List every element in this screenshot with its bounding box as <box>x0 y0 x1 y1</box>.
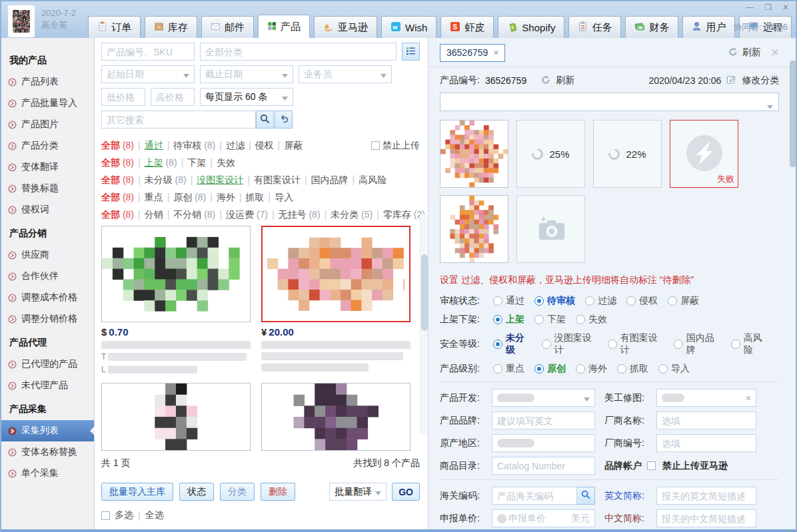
product-dev-select[interactable] <box>492 389 595 407</box>
app-logo[interactable] <box>8 5 35 37</box>
product-card[interactable]: $0.70TL <box>101 226 251 378</box>
origin-input[interactable] <box>492 434 595 452</box>
modify-category-link[interactable]: 修改分类 <box>742 75 779 87</box>
sidebar-item-产品列表[interactable]: 产品列表 <box>1 71 94 93</box>
high-price-input[interactable] <box>151 88 195 106</box>
mfr-no-input[interactable] <box>656 434 756 452</box>
radio-icon[interactable] <box>731 340 740 349</box>
edit-icon[interactable] <box>726 75 736 87</box>
radio-option-通过[interactable]: 通过 <box>493 295 524 307</box>
mfr-name-input[interactable] <box>656 411 756 429</box>
forbid-upload-checkbox[interactable] <box>371 141 380 150</box>
radio-icon[interactable] <box>576 315 585 324</box>
sidebar-item-未代理产品[interactable]: 未代理产品 <box>1 375 94 396</box>
radio-option-原创[interactable]: 原创 <box>534 363 566 375</box>
radio-option-未分级[interactable]: 未分级 <box>493 332 532 356</box>
upload-box-image[interactable] <box>440 120 508 188</box>
upload-box-progress[interactable]: 22% <box>593 120 662 188</box>
right-scrollbar-thumb[interactable] <box>790 61 796 167</box>
filter-link-海外[interactable]: 海外 <box>217 192 235 202</box>
product-card[interactable] <box>101 378 251 451</box>
en-short-input[interactable] <box>656 487 756 505</box>
product-code-input[interactable] <box>101 43 195 61</box>
sidebar-item-单个采集[interactable]: 单个采集 <box>1 463 94 484</box>
radio-icon[interactable] <box>576 364 585 374</box>
radio-option-屏蔽[interactable]: 屏蔽 <box>668 295 699 307</box>
upload-box-failed[interactable]: 失败 <box>670 120 738 188</box>
radio-icon[interactable] <box>585 296 594 306</box>
filter-link-原创[interactable]: 原创 <box>173 192 192 202</box>
sidebar-item-调整成本价格[interactable]: 调整成本价格 <box>1 287 94 308</box>
filter-link-屏蔽[interactable]: 屏蔽 <box>284 140 303 150</box>
radio-icon[interactable] <box>534 315 544 324</box>
filter-link-重点[interactable]: 重点 <box>145 192 163 202</box>
product-card[interactable] <box>261 378 410 451</box>
multi-select-label[interactable]: 多选 <box>115 509 133 521</box>
filter-all-link[interactable]: 全部 <box>101 209 120 220</box>
action-button-删除[interactable]: 删除 <box>261 483 295 501</box>
filter-all-link[interactable]: 全部 <box>101 157 120 168</box>
per-page-select[interactable]: 每页显示 60 条 <box>200 88 293 106</box>
radio-icon[interactable] <box>617 364 626 374</box>
catalog-input[interactable] <box>492 457 595 475</box>
go-button[interactable]: GO <box>392 483 420 501</box>
refresh-icon[interactable] <box>541 75 550 87</box>
sidebar-item-产品图片[interactable]: 产品图片 <box>1 114 94 135</box>
radio-icon[interactable] <box>608 340 617 349</box>
filter-link-侵权[interactable]: 侵权 <box>255 140 274 150</box>
radio-option-国内品牌[interactable]: 国内品牌 <box>674 332 721 356</box>
search-button[interactable] <box>256 111 274 129</box>
radio-option-海外[interactable]: 海外 <box>576 363 607 375</box>
sidebar-item-产品批量导入[interactable]: 产品批量导入 <box>1 93 94 114</box>
upload-box-image[interactable] <box>440 195 508 263</box>
radio-icon[interactable] <box>542 340 551 349</box>
sidebar-item-侵权词[interactable]: 侵权词 <box>1 199 94 220</box>
radio-icon[interactable] <box>668 296 677 306</box>
tab-订单[interactable]: 订单 <box>88 16 141 38</box>
brand-input[interactable] <box>492 411 595 429</box>
filter-link-国内品牌[interactable]: 国内品牌 <box>311 174 349 185</box>
action-button-批量导入主库[interactable]: 批量导入主库 <box>101 483 173 501</box>
filter-link-高风险[interactable]: 高风险 <box>359 174 387 185</box>
filter-link-导入[interactable]: 导入 <box>275 192 293 202</box>
filter-link-有图案设计[interactable]: 有图案设计 <box>254 174 301 185</box>
filter-link-失效[interactable]: 失效 <box>217 157 235 168</box>
tab-亚马逊[interactable]: a亚马逊 <box>314 16 377 38</box>
filter-link-通过[interactable]: 通过 <box>145 140 163 150</box>
product-image[interactable] <box>101 226 251 322</box>
filter-link-抓取[interactable]: 抓取 <box>246 192 265 202</box>
sidebar-item-采集列表[interactable]: 采集列表 <box>1 420 94 441</box>
cn-short-input[interactable] <box>656 509 756 527</box>
filter-link-没运费[interactable]: 没运费 <box>226 209 254 220</box>
customs-input[interactable] <box>492 487 577 505</box>
radio-icon[interactable] <box>534 296 544 306</box>
radio-icon[interactable] <box>534 364 544 374</box>
sidebar-item-供应商[interactable]: 供应商 <box>1 244 94 266</box>
filter-all-link[interactable]: 全部 <box>101 192 120 202</box>
filter-all-link[interactable]: 全部 <box>101 174 120 185</box>
sidebar-item-已代理的产品[interactable]: 已代理的产品 <box>1 354 94 375</box>
refresh-label[interactable]: 刷新 <box>742 47 761 59</box>
sidebar-item-变体翻译[interactable]: 变体翻译 <box>1 156 94 178</box>
action-button-分类[interactable]: 分类 <box>220 483 255 501</box>
tab-任务[interactable]: 任务 <box>568 16 621 38</box>
action-button-状态[interactable]: 状态 <box>179 483 214 501</box>
radio-icon[interactable] <box>493 340 502 349</box>
select-all-label[interactable]: 全选 <box>145 509 164 521</box>
mid-scrollbar[interactable] <box>420 214 428 434</box>
filter-link-没图案设计[interactable]: 没图案设计 <box>197 174 243 185</box>
sidebar-item-产品分类[interactable]: 产品分类 <box>1 135 94 156</box>
category-input[interactable] <box>200 43 397 61</box>
tab-Shopify[interactable]: sShopify <box>498 16 564 38</box>
end-date-select[interactable]: 截止日期 <box>200 65 293 83</box>
product-image[interactable] <box>101 383 251 451</box>
filter-link-未分类[interactable]: 未分类 <box>331 209 359 220</box>
reset-button[interactable] <box>275 111 293 129</box>
product-image[interactable] <box>261 226 410 322</box>
radio-icon[interactable] <box>626 296 636 306</box>
tab-财务[interactable]: 财务 <box>625 16 678 38</box>
other-search-input[interactable] <box>101 111 256 129</box>
radio-icon[interactable] <box>493 364 502 374</box>
declare-price-input[interactable]: 申报单价美元 <box>492 509 595 527</box>
filter-link-无挂号[interactable]: 无挂号 <box>279 209 307 220</box>
